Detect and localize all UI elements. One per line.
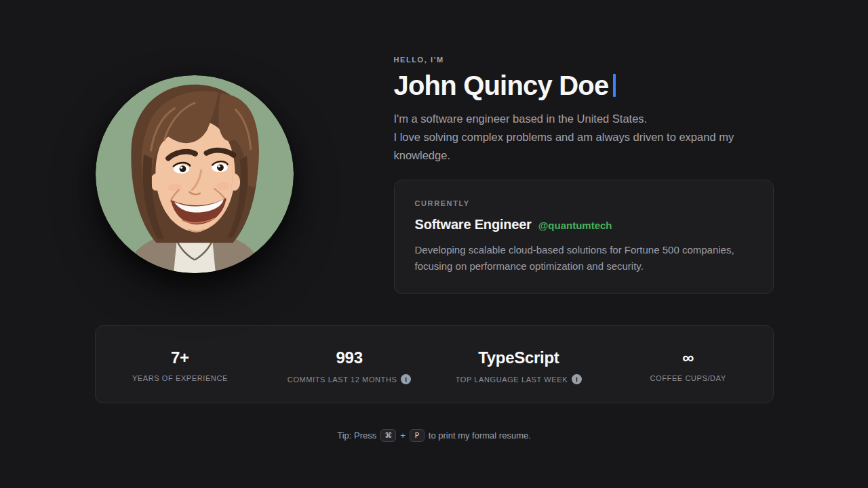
stat-years-experience: 7+ YEARS OF EXPERIENCE	[96, 348, 265, 403]
info-icon[interactable]: i	[401, 374, 411, 384]
currently-card: CURRENTLY Software Engineer @quantumtech…	[394, 180, 774, 294]
tip-prefix: Tip: Press	[337, 430, 376, 441]
greeting-label: HELLO, I'M	[394, 56, 774, 64]
stat-coffee: ∞ COFFEE CUPS/DAY	[604, 348, 773, 403]
stat-label: YEARS OF EXPERIENCE	[96, 374, 265, 382]
command-key: ⌘	[380, 429, 396, 442]
stat-label-text: COMMITS LAST 12 MONTHS	[288, 375, 397, 384]
role-description: Developing scalable cloud-based solution…	[415, 242, 753, 274]
print-tip: Tip: Press ⌘ + P to print my formal resu…	[95, 429, 774, 442]
stat-label: COFFEE CUPS/DAY	[604, 374, 773, 382]
currently-label: CURRENTLY	[415, 199, 753, 207]
intro-line-2: I love solving complex problems and am a…	[394, 131, 734, 161]
role-line: Software Engineer @quantumtech	[415, 217, 753, 232]
page-title: John Quincy Doe	[394, 70, 774, 100]
tip-plus: +	[400, 430, 406, 441]
avatar	[96, 75, 294, 273]
avatar-illustration	[96, 75, 294, 273]
stat-value: ∞	[604, 348, 773, 368]
p-key: P	[410, 429, 425, 442]
stat-value: 7+	[96, 348, 265, 368]
stat-label-text: COFFEE CUPS/DAY	[650, 374, 726, 382]
role-title: Software Engineer	[415, 217, 532, 232]
tip-suffix: to print my formal resume.	[429, 430, 531, 441]
stat-top-language: TypeScript TOP LANGUAGE LAST WEEK i	[434, 348, 604, 403]
stat-label-text: YEARS OF EXPERIENCE	[132, 374, 228, 382]
stat-label: TOP LANGUAGE LAST WEEK i	[434, 374, 604, 384]
page-content: HELLO, I'M John Quincy Doe I'm a softwar…	[95, 56, 774, 442]
typing-caret-icon	[613, 74, 616, 97]
stat-commits: 993 COMMITS LAST 12 MONTHS i	[264, 348, 434, 403]
intro-text: I'm a software engineer based in the Uni…	[394, 110, 774, 165]
company-handle[interactable]: @quantumtech	[538, 220, 612, 231]
info-icon[interactable]: i	[572, 374, 582, 384]
stat-value: 993	[264, 348, 434, 368]
stat-label: COMMITS LAST 12 MONTHS i	[264, 374, 434, 384]
hero-text-block: HELLO, I'M John Quincy Doe I'm a softwar…	[394, 56, 774, 294]
stat-value: TypeScript	[434, 348, 604, 368]
person-name: John Quincy Doe	[394, 70, 609, 100]
hero-section: HELLO, I'M John Quincy Doe I'm a softwar…	[95, 56, 774, 294]
intro-line-1: I'm a software engineer based in the Uni…	[394, 110, 774, 128]
stat-label-text: TOP LANGUAGE LAST WEEK	[456, 375, 568, 384]
stats-bar: 7+ YEARS OF EXPERIENCE 993 COMMITS LAST …	[95, 325, 774, 403]
